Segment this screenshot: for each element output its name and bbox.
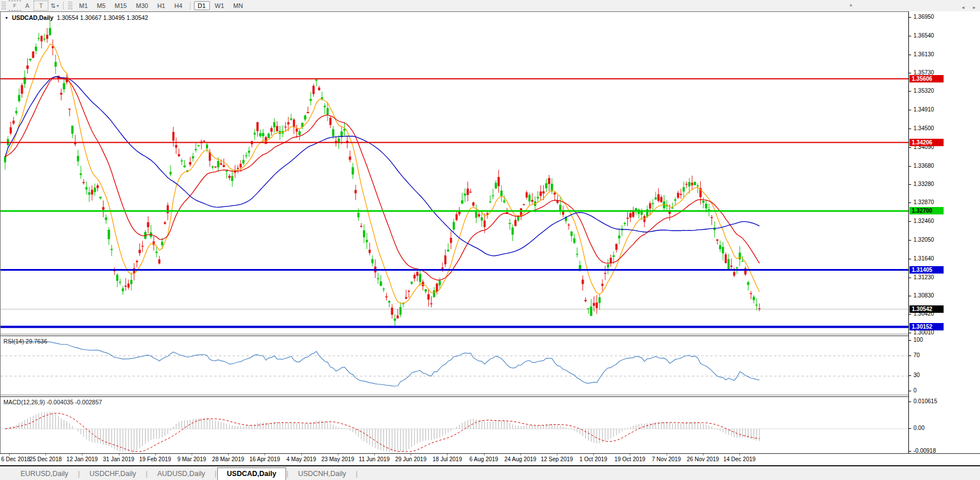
trading-platform-window: F A T ⇅▾ M1M5M15M30H1H4D1W1MN ▲ ▼ USDCAD… [0, 0, 980, 480]
date-tick [264, 454, 265, 456]
chart-ohlc-values: 1.30554 1.30667 1.30495 1.30542 [57, 14, 148, 21]
date-tick [119, 454, 119, 456]
rsi-chart-canvas[interactable] [1, 336, 909, 395]
rsi-tick-dash [909, 391, 911, 391]
price-tick: 1.32460 [913, 218, 934, 224]
ma-fast-line[interactable] [5, 44, 759, 304]
price-tick-dash [909, 184, 911, 185]
tab-scroll-left-icon[interactable]: ◄ [961, 5, 965, 10]
date-label: 14 Dec 2019 [723, 456, 756, 462]
date-label: 16 Apr 2019 [249, 456, 280, 462]
timeframe-button-h1[interactable]: H1 [153, 1, 169, 10]
timeframe-button-w1[interactable]: W1 [211, 1, 229, 10]
date-tick [447, 454, 448, 456]
macd-tick-dash [909, 402, 911, 402]
tab-nav: ◄ ► [961, 5, 977, 10]
date-label: 9 Mar 2019 [177, 456, 206, 462]
timeframe-button-m30[interactable]: M30 [132, 1, 152, 10]
macd-chart-canvas[interactable] [1, 397, 909, 453]
date-label: 11 Jun 2019 [359, 456, 390, 462]
tab-audusd[interactable]: AUDUSD,Daily [148, 468, 214, 480]
price-tick: 1.35320 [913, 88, 934, 94]
chevron-down-icon[interactable]: ▾ [57, 3, 59, 9]
price-tick-dash [909, 110, 911, 110]
price-tick: 1.33680 [913, 163, 934, 169]
timeframe-button-h4[interactable]: H4 [170, 1, 186, 10]
ma-mid-line[interactable] [5, 77, 759, 280]
toolbar-grip-2[interactable] [68, 2, 72, 10]
timeframe-button-m1[interactable]: M1 [75, 1, 92, 10]
candlesticks [4, 20, 760, 327]
main-chart-canvas[interactable] [1, 12, 909, 334]
date-tick [667, 454, 667, 456]
price-axis: 1.369501.365401.361301.357301.353201.349… [908, 11, 980, 453]
price-tick: 1.34910 [913, 107, 934, 113]
macd-label: MACD(12,26,9) -0.004035 -0.002857 [3, 399, 102, 405]
date-label: 26 Nov 2019 [687, 456, 719, 462]
ma-slow-line[interactable] [5, 77, 759, 256]
arrows-tool-icon[interactable]: ⇅▾ [49, 1, 60, 10]
date-label: 29 Jun 2019 [395, 456, 427, 462]
text-tool-icon[interactable]: A [22, 1, 32, 10]
tab-scroll-right-icon[interactable]: ► [972, 5, 977, 10]
timeframe-group: M1M5M15M30H1H4D1W1MN [75, 1, 247, 10]
price-tick-dash [909, 129, 911, 129]
tab-usdcnh[interactable]: USDCNH,Daily [289, 468, 355, 480]
date-axis: 6 Dec 201825 Dec 201812 Jan 201931 Jan 2… [0, 453, 980, 466]
date-label: 19 Feb 2019 [139, 456, 171, 462]
rsi-tick-dash [909, 375, 911, 376]
macd-tick-dash [909, 451, 911, 452]
date-label: 1 Oct 2019 [580, 456, 607, 462]
date-label: 28 Mar 2019 [212, 456, 244, 462]
rsi-line [8, 342, 759, 386]
price-tick: 1.36950 [913, 14, 934, 20]
price-level-badge-1.35606: 1.35606 [909, 75, 944, 82]
date-tick [411, 454, 411, 456]
timeframe-separator [190, 2, 191, 10]
price-level-badge-1.32700: 1.32700 [909, 207, 944, 214]
collapse-icon[interactable]: ▼ [5, 16, 9, 20]
price-level-badge-1.31405: 1.31405 [909, 266, 944, 274]
price-tick: 1.30830 [913, 293, 934, 299]
timeframe-button-d1[interactable]: D1 [194, 1, 210, 10]
pane-splitter[interactable] [1, 334, 980, 334]
price-tick: 1.32050 [913, 237, 934, 243]
toolbar-grip[interactable] [2, 2, 6, 10]
chart-symbol-label: USDCAD,Daily [12, 14, 53, 21]
date-label: 6 Dec 2018 [1, 456, 30, 462]
date-label: 31 Jan 2019 [103, 456, 134, 462]
date-tick [593, 454, 594, 456]
timeframe-button-m5[interactable]: M5 [93, 1, 109, 10]
rsi-tick: 70 [913, 353, 920, 358]
text-label-tool-icon[interactable]: T [34, 1, 48, 11]
date-label: 25 Dec 2018 [30, 456, 62, 462]
fibonacci-tool-icon[interactable]: F [9, 1, 21, 11]
top-toolbar: F A T ⇅▾ M1M5M15M30H1H4D1W1MN ▲ [0, 0, 980, 12]
date-label: 19 Oct 2019 [614, 456, 645, 462]
price-level-badge-1.34206: 1.34206 [909, 139, 944, 146]
date-tick [374, 454, 375, 456]
date-label: 6 Aug 2019 [469, 456, 498, 462]
date-label: 7 Nov 2019 [652, 456, 681, 462]
price-tick-dash [909, 202, 911, 203]
macd-signal-line [5, 413, 759, 452]
chart-tab-bar: EURUSD,Daily|USDCHF,Daily|AUDUSD,Daily|U… [0, 466, 980, 480]
date-tick [301, 454, 302, 456]
price-tick-dash [909, 17, 911, 18]
tab-separator: | [355, 470, 358, 480]
rsi-label: RSI(14) 29.7636 [3, 338, 47, 345]
pane-splitter-2[interactable] [1, 395, 980, 395]
date-tick [46, 454, 46, 456]
toolbar-overflow-icon[interactable]: ▲ [849, 2, 853, 7]
date-label: 23 May 2019 [321, 456, 354, 462]
tab-usdchf[interactable]: USDCHF,Daily [80, 468, 145, 480]
timeframe-button-m15[interactable]: M15 [111, 1, 131, 10]
tab-eurusd[interactable]: EURUSD,Daily [11, 468, 77, 480]
timeframe-button-mn[interactable]: MN [229, 1, 247, 10]
macd-histogram [5, 412, 759, 452]
tab-usdcad[interactable]: USDCAD,Daily [217, 467, 286, 480]
rsi-tick: 30 [913, 373, 920, 378]
price-tick-dash [909, 296, 911, 296]
date-tick [338, 454, 338, 456]
toolbar-separator [63, 2, 64, 10]
